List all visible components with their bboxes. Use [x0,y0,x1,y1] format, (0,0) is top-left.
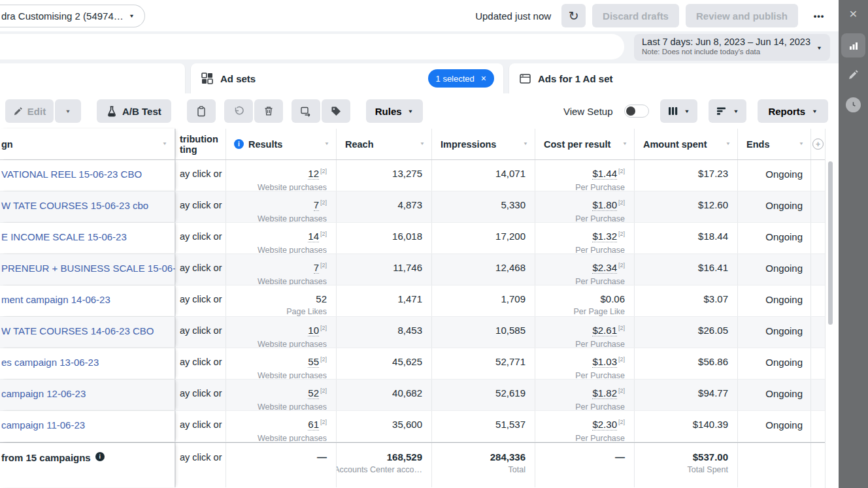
cost-per-result-cell: $1.32 [2] Per Purchase [535,223,634,253]
sort-caret-icon[interactable]: ▼ [324,142,329,146]
attribution-cell: ay click or … [175,254,225,285]
campaign-link[interactable]: campaign 11-06-23 [1,419,85,431]
top-bar: dra Customising 2 (54974… ▼ Updated just… [0,0,839,31]
review-and-publish-button[interactable]: Review and publish [686,4,798,27]
columns-icon [668,106,678,116]
campaign-link[interactable]: W TATE COURSES 14-06-23 CBO [1,325,154,336]
sort-caret-icon[interactable]: ▼ [523,142,528,146]
extra-cell [810,411,825,442]
charts-panel-button[interactable] [841,33,865,57]
sort-caret-icon[interactable]: ▼ [162,142,167,146]
results-cell: 10 [2] Website purchases [225,317,336,348]
header-reach[interactable]: Reach ▼ [336,129,431,159]
selected-count-pill[interactable]: 1 selected × [428,69,494,88]
top-bar-actions: Updated just now ↻ Discard drafts Review… [475,4,833,27]
header-ends[interactable]: Ends ▼ [737,129,810,159]
extra-cell [810,254,825,285]
campaigns-table: gn ▼ tribution ting i Results ▼ Reach ▼ … [0,129,825,488]
table-header-row: gn ▼ tribution ting i Results ▼ Reach ▼ … [0,129,825,160]
table-row[interactable]: PRENEUR + BUSINESS SCALE 15-06-23 ay cli… [0,254,825,285]
campaign-link[interactable]: PRENEUR + BUSINESS SCALE 15-06-23 [1,263,175,274]
more-options-button[interactable]: ••• [805,4,833,27]
search-input[interactable] [0,34,624,59]
tab-ads-label: Ads for 1 Ad set [538,73,612,84]
extra-cell [810,285,825,316]
tab-campaigns[interactable] [0,63,185,93]
edit-panel-button[interactable] [839,69,868,80]
info-icon[interactable]: i [234,139,244,149]
table-row[interactable]: W TATE COURSES 15-06-23 cbo ay click or … [0,191,825,223]
table-row[interactable]: E INCOME SCALE 15-06-23 ay click or … 14… [0,223,825,254]
table-row[interactable]: es campaign 13-06-23 ay click or … 55 [2… [0,348,825,380]
scrollbar-thumb[interactable] [828,161,833,325]
tag-button[interactable] [322,99,350,123]
scrollbar-track [825,129,839,488]
amount-spent-cell: $140.39 [634,411,737,442]
results-cell: 61 [2] Website purchases [225,411,336,442]
add-column-icon[interactable]: + [812,138,824,150]
reports-button[interactable]: Reports ▼ [758,99,828,123]
refresh-icon: ↻ [569,8,579,24]
sort-caret-icon[interactable]: ▼ [622,142,627,146]
undo-button[interactable] [224,99,253,123]
refresh-button[interactable]: ↻ [561,4,586,27]
sort-caret-icon[interactable]: ▼ [726,142,731,146]
table-row[interactable]: campaign 11-06-23 ay click or … 61 [2] W… [0,411,825,442]
date-range-label: Last 7 days: Jun 8, 2023 – Jun 14, 2023 [642,37,810,47]
delete-button[interactable] [254,99,283,123]
table-row[interactable]: VATIONAL REEL 15-06-23 CBO ay click or …… [0,160,825,191]
reach-cell: 1,471 [336,285,431,316]
amount-spent-cell: $16.41 [634,254,737,285]
view-setup-label: View Setup [563,106,613,117]
columns-button[interactable]: ▼ [660,99,698,123]
view-setup-toggle[interactable] [624,105,649,118]
header-cost-per-result[interactable]: Cost per result ▼ [535,129,634,159]
cost-per-result-cell: $2.30 [2] Per Purchase [535,411,634,442]
history-panel-button[interactable] [846,97,861,112]
edit-dropdown-button[interactable]: ▼ [55,99,81,123]
campaign-link[interactable]: es campaign 13-06-23 [1,357,99,368]
info-icon[interactable]: i [95,452,105,461]
header-results[interactable]: i Results ▼ [225,129,336,159]
ad-account-selector[interactable]: dra Customising 2 (54974… ▼ [0,5,145,27]
tab-ads[interactable]: Ads for 1 Ad set [509,63,839,93]
campaign-link[interactable]: W TATE COURSES 15-06-23 cbo [1,200,148,211]
duplicate-button[interactable] [187,99,216,123]
results-cell: 52 [2] Website purchases [225,380,336,410]
results-cell: 52 Page Likes [225,285,336,316]
sort-caret-icon[interactable]: ▼ [420,142,425,146]
extra-cell [810,223,825,253]
header-amount-spent[interactable]: Amount spent ▼ [634,129,737,159]
clear-selection-icon[interactable]: × [481,74,486,83]
impressions-cell: 52,771 [431,348,535,379]
table-row[interactable]: ment campaign 14-06-23 ay click or … 52 … [0,285,825,317]
close-icon[interactable]: × [839,7,868,20]
extra-cell [810,317,825,348]
table-footer-row: from 15 campaigns i ay click or … — 168,… [0,442,825,487]
sort-caret-icon[interactable]: ▼ [799,142,804,146]
table-row[interactable]: W TATE COURSES 14-06-23 CBO ay click or … [0,317,825,348]
table-row[interactable]: campaign 12-06-23 ay click or … 52 [2] W… [0,380,825,411]
campaign-link[interactable]: E INCOME SCALE 15-06-23 [1,231,127,242]
campaign-link[interactable]: ment campaign 14-06-23 [1,294,110,305]
ab-test-button[interactable]: A/B Test [97,99,171,123]
results-cell: 14 [2] Website purchases [225,223,336,253]
rules-button[interactable]: Rules ▼ [366,99,423,123]
tab-ad-sets[interactable]: Ad sets 1 selected × [191,63,503,93]
campaign-link[interactable]: campaign 12-06-23 [1,388,86,399]
edit-button[interactable]: Edit [5,99,54,123]
header-impressions[interactable]: Impressions ▼ [431,129,535,159]
date-range-selector[interactable]: Last 7 days: Jun 8, 2023 – Jun 14, 2023 … [634,34,830,61]
discard-drafts-button[interactable]: Discard drafts [592,4,679,27]
export-button[interactable] [292,99,320,123]
attribution-cell: ay click or … [175,160,225,191]
campaign-link[interactable]: VATIONAL REEL 15-06-23 CBO [1,169,142,180]
pencil-icon [13,106,23,116]
ellipsis-icon: ••• [814,11,825,21]
header-campaign[interactable]: gn ▼ [0,129,175,159]
breakdown-button[interactable]: ▼ [709,99,746,123]
header-attribution-setting[interactable]: tribution ting [175,129,225,159]
table-body: VATIONAL REEL 15-06-23 CBO ay click or …… [0,160,825,442]
ends-cell: Ongoing [737,160,810,191]
campaign-name-cell: campaign 11-06-23 [0,411,175,442]
